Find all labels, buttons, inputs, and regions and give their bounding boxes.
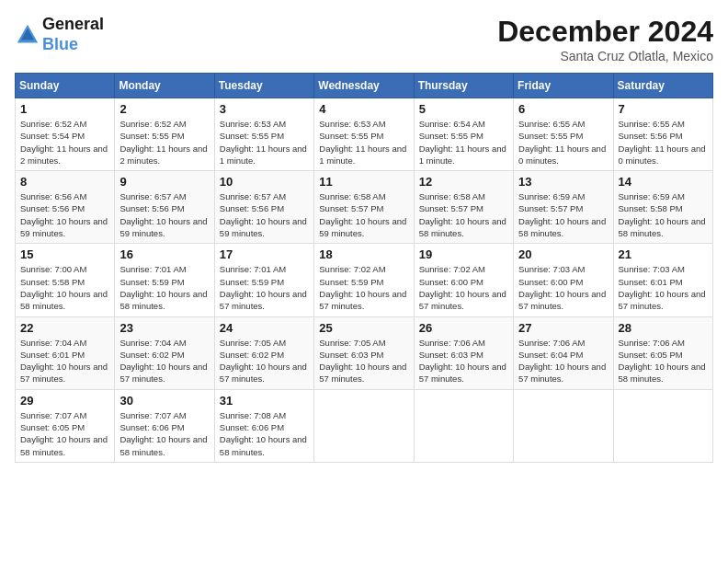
day-info: Sunrise: 7:03 AM Sunset: 6:00 PM Dayligh… [518, 263, 608, 312]
day-info: Sunrise: 7:07 AM Sunset: 6:06 PM Dayligh… [119, 409, 209, 458]
header-friday: Friday [514, 74, 613, 98]
header-saturday: Saturday [613, 74, 712, 98]
location: Santa Cruz Otlatla, Mexico [497, 49, 713, 63]
day-info: Sunrise: 7:01 AM Sunset: 5:59 PM Dayligh… [220, 263, 309, 312]
day-info: Sunrise: 7:06 AM Sunset: 6:03 PM Dayligh… [419, 337, 508, 385]
day-number: 17 [220, 247, 309, 261]
day-number: 2 [119, 102, 209, 116]
day-number: 15 [20, 247, 109, 261]
day-number: 26 [419, 321, 508, 335]
day-info: Sunrise: 6:57 AM Sunset: 5:56 PM Dayligh… [220, 190, 309, 239]
day-number: 1 [20, 102, 109, 116]
calendar-cell-31: 31 Sunrise: 7:08 AM Sunset: 6:06 PM Dayl… [214, 389, 313, 462]
calendar-cell-empty [314, 389, 414, 462]
week-row-2: 8 Sunrise: 6:56 AM Sunset: 5:56 PM Dayli… [16, 171, 713, 244]
day-number: 16 [119, 247, 209, 261]
day-number: 14 [619, 175, 708, 189]
day-info: Sunrise: 6:58 AM Sunset: 5:57 PM Dayligh… [319, 190, 408, 239]
day-number: 24 [220, 321, 309, 335]
calendar-cell-6: 6 Sunrise: 6:55 AM Sunset: 5:55 PM Dayli… [514, 98, 613, 171]
day-number: 12 [419, 175, 508, 189]
day-info: Sunrise: 7:03 AM Sunset: 6:01 PM Dayligh… [619, 263, 708, 312]
day-info: Sunrise: 6:52 AM Sunset: 5:55 PM Dayligh… [119, 118, 209, 167]
calendar-cell-11: 11 Sunrise: 6:58 AM Sunset: 5:57 PM Dayl… [314, 171, 414, 244]
day-info: Sunrise: 7:01 AM Sunset: 5:59 PM Dayligh… [119, 263, 209, 312]
calendar-table: Sunday Monday Tuesday Wednesday Thursday… [15, 73, 713, 463]
day-number: 3 [220, 102, 309, 116]
calendar-cell-22: 22 Sunrise: 7:04 AM Sunset: 6:01 PM Dayl… [16, 316, 115, 389]
day-number: 31 [220, 394, 309, 408]
logo-text: General Blue [42, 15, 104, 54]
page-header: General Blue December 2024 Santa Cruz Ot… [15, 15, 713, 63]
calendar-cell-28: 28 Sunrise: 7:06 AM Sunset: 6:05 PM Dayl… [613, 316, 712, 389]
calendar-cell-13: 13 Sunrise: 6:59 AM Sunset: 5:57 PM Dayl… [514, 171, 613, 244]
day-number: 29 [20, 394, 109, 408]
day-number: 20 [518, 247, 608, 261]
calendar-cell-5: 5 Sunrise: 6:54 AM Sunset: 5:55 PM Dayli… [414, 98, 513, 171]
day-number: 21 [619, 247, 708, 261]
day-number: 5 [419, 102, 508, 116]
header-wednesday: Wednesday [314, 74, 414, 98]
day-number: 13 [518, 175, 608, 189]
day-number: 22 [20, 321, 109, 335]
title-block: December 2024 Santa Cruz Otlatla, Mexico [497, 15, 713, 63]
day-number: 23 [119, 321, 209, 335]
day-info: Sunrise: 6:59 AM Sunset: 5:58 PM Dayligh… [619, 190, 708, 239]
day-info: Sunrise: 6:55 AM Sunset: 5:56 PM Dayligh… [619, 118, 708, 167]
day-info: Sunrise: 7:06 AM Sunset: 6:05 PM Dayligh… [619, 337, 708, 385]
day-info: Sunrise: 7:08 AM Sunset: 6:06 PM Dayligh… [220, 409, 309, 458]
calendar-cell-27: 27 Sunrise: 7:06 AM Sunset: 6:04 PM Dayl… [514, 316, 613, 389]
calendar-cell-7: 7 Sunrise: 6:55 AM Sunset: 5:56 PM Dayli… [613, 98, 712, 171]
calendar-cell-25: 25 Sunrise: 7:05 AM Sunset: 6:03 PM Dayl… [314, 316, 414, 389]
week-row-4: 22 Sunrise: 7:04 AM Sunset: 6:01 PM Dayl… [16, 316, 713, 389]
logo-icon [15, 22, 40, 48]
day-info: Sunrise: 6:57 AM Sunset: 5:56 PM Dayligh… [119, 190, 209, 239]
calendar-cell-14: 14 Sunrise: 6:59 AM Sunset: 5:58 PM Dayl… [613, 171, 712, 244]
calendar-cell-18: 18 Sunrise: 7:02 AM Sunset: 5:59 PM Dayl… [314, 244, 414, 316]
header-sunday: Sunday [16, 74, 115, 98]
calendar-cell-12: 12 Sunrise: 6:58 AM Sunset: 5:57 PM Dayl… [414, 171, 513, 244]
day-info: Sunrise: 6:53 AM Sunset: 5:55 PM Dayligh… [220, 118, 309, 167]
day-info: Sunrise: 7:05 AM Sunset: 6:02 PM Dayligh… [220, 337, 309, 385]
logo: General Blue [15, 15, 104, 54]
calendar-cell-17: 17 Sunrise: 7:01 AM Sunset: 5:59 PM Dayl… [214, 244, 313, 316]
week-row-1: 1 Sunrise: 6:52 AM Sunset: 5:54 PM Dayli… [16, 98, 713, 171]
header-tuesday: Tuesday [214, 74, 313, 98]
day-number: 6 [518, 102, 608, 116]
calendar-cell-23: 23 Sunrise: 7:04 AM Sunset: 6:02 PM Dayl… [115, 316, 214, 389]
day-info: Sunrise: 6:55 AM Sunset: 5:55 PM Dayligh… [518, 118, 608, 167]
calendar-cell-26: 26 Sunrise: 7:06 AM Sunset: 6:03 PM Dayl… [414, 316, 513, 389]
calendar-cell-10: 10 Sunrise: 6:57 AM Sunset: 5:56 PM Dayl… [214, 171, 313, 244]
day-info: Sunrise: 7:04 AM Sunset: 6:01 PM Dayligh… [20, 337, 109, 385]
calendar-cell-29: 29 Sunrise: 7:07 AM Sunset: 6:05 PM Dayl… [16, 389, 115, 462]
day-number: 19 [419, 247, 508, 261]
calendar-cell-empty [613, 389, 712, 462]
calendar-cell-3: 3 Sunrise: 6:53 AM Sunset: 5:55 PM Dayli… [214, 98, 313, 171]
day-number: 28 [619, 321, 708, 335]
day-info: Sunrise: 7:06 AM Sunset: 6:04 PM Dayligh… [518, 337, 608, 385]
day-number: 9 [119, 175, 209, 189]
calendar-cell-24: 24 Sunrise: 7:05 AM Sunset: 6:02 PM Dayl… [214, 316, 313, 389]
day-number: 8 [20, 175, 109, 189]
calendar-cell-empty [414, 389, 513, 462]
day-info: Sunrise: 6:52 AM Sunset: 5:54 PM Dayligh… [20, 118, 109, 167]
day-info: Sunrise: 7:02 AM Sunset: 5:59 PM Dayligh… [319, 263, 408, 312]
day-number: 27 [518, 321, 608, 335]
calendar-cell-21: 21 Sunrise: 7:03 AM Sunset: 6:01 PM Dayl… [613, 244, 712, 316]
calendar-cell-4: 4 Sunrise: 6:53 AM Sunset: 5:55 PM Dayli… [314, 98, 414, 171]
day-info: Sunrise: 7:02 AM Sunset: 6:00 PM Dayligh… [419, 263, 508, 312]
calendar-cell-8: 8 Sunrise: 6:56 AM Sunset: 5:56 PM Dayli… [16, 171, 115, 244]
day-number: 4 [319, 102, 408, 116]
day-info: Sunrise: 6:56 AM Sunset: 5:56 PM Dayligh… [20, 190, 109, 239]
day-info: Sunrise: 6:58 AM Sunset: 5:57 PM Dayligh… [419, 190, 508, 239]
day-number: 25 [319, 321, 408, 335]
day-info: Sunrise: 7:04 AM Sunset: 6:02 PM Dayligh… [119, 337, 209, 385]
day-info: Sunrise: 6:53 AM Sunset: 5:55 PM Dayligh… [319, 118, 408, 167]
day-number: 7 [619, 102, 708, 116]
day-info: Sunrise: 6:59 AM Sunset: 5:57 PM Dayligh… [518, 190, 608, 239]
day-number: 10 [220, 175, 309, 189]
header-monday: Monday [115, 74, 214, 98]
calendar-cell-9: 9 Sunrise: 6:57 AM Sunset: 5:56 PM Dayli… [115, 171, 214, 244]
calendar-cell-empty [514, 389, 613, 462]
calendar-cell-30: 30 Sunrise: 7:07 AM Sunset: 6:06 PM Dayl… [115, 389, 214, 462]
